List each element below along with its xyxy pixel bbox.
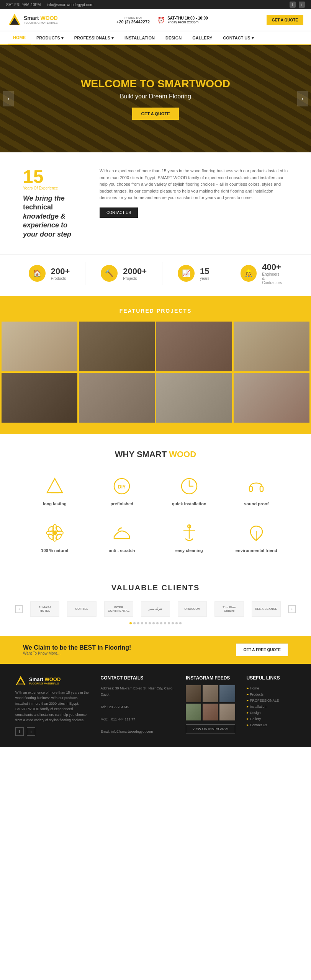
dot-6[interactable] — [149, 622, 151, 624]
nav-item-professionals[interactable]: PROFESSIONALS ▾ — [69, 32, 119, 44]
nav-item-contact[interactable]: CONTACT US ▾ — [218, 32, 259, 44]
footer-link-gallery[interactable]: Gallery — [247, 716, 296, 722]
top-bar-social: f i — [290, 2, 305, 8]
clients-section: VALUABLE CLIENTS ‹ ALMASAHOTEL SOFITEL I… — [0, 572, 311, 636]
shoe-icon — [110, 521, 133, 544]
stat-engineers-number: 400+ — [262, 262, 282, 272]
clock-icon — [178, 475, 201, 498]
stat-years-icon: 📈 — [178, 265, 195, 282]
pyramid-icon — [43, 475, 66, 498]
dot-13[interactable] — [175, 622, 178, 624]
hours-day: SAT-THU 10:00 - 10:00 — [167, 16, 208, 20]
stat-projects-label: Projects — [123, 276, 147, 281]
footer-contact-col: CONTACT DETAILS Address: 39 Makram Ebied… — [101, 675, 175, 736]
why-item-anti-scratch: anti - scratch — [90, 518, 154, 557]
experience-left: 15 Years Of Experience We bring the tech… — [23, 168, 84, 239]
experience-section: 15 Years Of Experience We bring the tech… — [0, 152, 311, 254]
footer-links-title: USEFUL LINKS — [247, 675, 296, 681]
exp-heading-bold: technical — [23, 203, 53, 211]
dot-12[interactable] — [172, 622, 174, 624]
project-item-1[interactable] — [2, 322, 77, 371]
phone-label: PHONE NO: — [116, 16, 150, 20]
insta-thumb-3[interactable] — [219, 685, 235, 702]
why-item-easy-cleaning: easy cleaning — [157, 518, 221, 557]
footer-link-professionals[interactable]: PROFESSIONALS — [247, 697, 296, 704]
clients-next-arrow[interactable]: › — [288, 605, 296, 613]
dot-9[interactable] — [160, 622, 162, 624]
nav-item-gallery[interactable]: GALLERY — [187, 32, 218, 44]
clients-prev-arrow[interactable]: ‹ — [15, 605, 23, 613]
client-logo-almasa: ALMASAHOTEL — [30, 601, 59, 617]
footer-link-design[interactable]: Design — [247, 710, 296, 716]
header-contact: PHONE NO: +20 (2) 26442272 ⏰ SAT-THU 10:… — [116, 16, 208, 24]
nav-item-installation[interactable]: INSTALLATION — [119, 32, 160, 44]
exp-heading-line2: knowledge & — [23, 212, 65, 220]
experience-heading: We bring the technical knowledge & exper… — [23, 194, 84, 239]
footer-instagram-icon[interactable]: i — [27, 727, 35, 736]
facebook-icon[interactable]: f — [290, 2, 296, 8]
top-bar-left: SAT-FRI 9AM-10PM info@smartwoodegypt.com — [6, 3, 93, 7]
header-get-quote-button[interactable]: GET A QUOTE — [267, 15, 303, 25]
insta-thumb-6[interactable] — [219, 704, 235, 720]
footer-about-col: Smart WOOD FLOORING MATERIALS With an ex… — [15, 675, 89, 736]
logo[interactable]: Smart WOOD FLOORING MATERIALS — [8, 13, 58, 27]
exp-heading-line4: your door step — [23, 230, 71, 238]
why-item-natural: 100 % natural — [23, 518, 87, 557]
nav-item-design[interactable]: DESIGN — [160, 32, 187, 44]
hero-cta-button[interactable]: GET A QUOTE — [132, 108, 179, 120]
stat-engineers: 👷 400+ Engineers &Contractors — [225, 262, 298, 285]
hero-section: ‹ WELCOME TO SMARTWOOD Build your Dream … — [0, 45, 311, 152]
project-item-3[interactable] — [156, 322, 232, 371]
footer-link-contact[interactable]: Contact Us — [247, 722, 296, 728]
project-item-6[interactable] — [79, 373, 155, 423]
view-instagram-button[interactable]: View on Instagram — [186, 724, 235, 733]
dot-14[interactable] — [179, 622, 182, 624]
nav-item-home[interactable]: HOME — [8, 31, 31, 44]
footer-link-installation[interactable]: Installation — [247, 704, 296, 710]
footer-logo-icon — [15, 675, 26, 686]
footer-address: Address: 39 Makram Ebied St. Nasr City, … — [101, 685, 175, 735]
stat-years: 📈 15 years — [162, 262, 225, 285]
dot-8[interactable] — [156, 622, 159, 624]
hero-next-arrow[interactable]: › — [297, 91, 308, 106]
stat-engineers-icon: 👷 — [241, 265, 257, 282]
footer-link-products[interactable]: Products — [247, 691, 296, 697]
contact-us-button[interactable]: CONTACT US — [100, 207, 138, 218]
footer-instagram-title: INSTAGRAM FEEDS — [186, 675, 235, 681]
hours-block: ⏰ SAT-THU 10:00 - 10:00 Friday From 2:00… — [157, 16, 208, 24]
stat-products: 🏠 200+ Products — [13, 262, 86, 285]
footer-facebook-icon[interactable]: f — [15, 727, 24, 736]
dot-11[interactable] — [168, 622, 170, 624]
project-item-5[interactable] — [2, 373, 77, 423]
insta-thumb-2[interactable] — [203, 685, 218, 702]
project-item-8[interactable] — [234, 373, 309, 423]
project-item-4[interactable] — [234, 322, 309, 371]
project-item-7[interactable] — [156, 373, 232, 423]
footer-link-home[interactable]: Home — [247, 685, 296, 691]
dot-10[interactable] — [164, 622, 166, 624]
main-nav: HOME PRODUCTS ▾ PROFESSIONALS ▾ INSTALLA… — [0, 31, 311, 45]
hero-prev-arrow[interactable]: ‹ — [3, 91, 14, 106]
nav-item-products[interactable]: PRODUCTS ▾ — [31, 32, 69, 44]
insta-thumb-4[interactable] — [186, 704, 201, 720]
cta-button[interactable]: GET A FREE QUOTE — [236, 644, 288, 656]
insta-thumb-1[interactable] — [186, 685, 201, 702]
dot-5[interactable] — [145, 622, 147, 624]
dot-3[interactable] — [137, 622, 139, 624]
stat-years-number: 15 — [200, 266, 209, 276]
dot-7[interactable] — [152, 622, 155, 624]
clients-dots — [15, 622, 296, 624]
insta-thumb-5[interactable] — [203, 704, 218, 720]
hero-title-brand: SMARTWOOD — [157, 78, 230, 90]
project-item-2[interactable] — [79, 322, 155, 371]
dot-2[interactable] — [133, 622, 136, 624]
instagram-icon[interactable]: i — [299, 2, 305, 8]
dot-4[interactable] — [141, 622, 143, 624]
clock-icon: ⏰ — [157, 16, 165, 24]
client-logo-renaissance: RENAISSANCE — [252, 601, 281, 617]
dot-1[interactable] — [129, 622, 132, 624]
projects-grid — [0, 322, 311, 423]
why-label-quick-installation: quick installation — [172, 501, 206, 506]
stat-products-icon: 🏠 — [29, 265, 46, 282]
why-label-sound-proof: sound proof — [244, 501, 268, 506]
